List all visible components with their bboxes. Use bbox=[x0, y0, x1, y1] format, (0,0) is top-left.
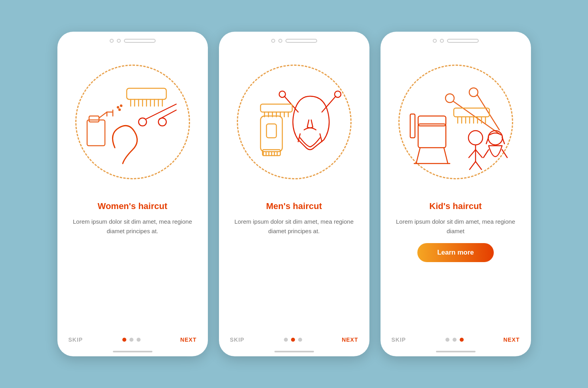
card-title-2: Men's haircut bbox=[266, 201, 322, 211]
svg-rect-38 bbox=[261, 104, 292, 112]
dots-1 bbox=[122, 338, 141, 342]
svg-line-69 bbox=[470, 162, 476, 169]
svg-point-46 bbox=[445, 94, 454, 103]
dots-2 bbox=[284, 338, 302, 342]
dot-1-active bbox=[122, 338, 126, 342]
svg-line-62 bbox=[444, 148, 448, 164]
dot-3-a bbox=[445, 338, 449, 342]
screens-container: Women's haircut Lorem ipsum dolor sit di… bbox=[57, 32, 531, 356]
learn-more-button[interactable]: Learn more bbox=[417, 243, 494, 262]
phone-pill-2 bbox=[285, 39, 317, 43]
svg-point-28 bbox=[335, 91, 341, 97]
next-button-1[interactable]: NEXT bbox=[180, 337, 196, 343]
home-indicator-2 bbox=[274, 351, 314, 352]
card-description-3: Lorem ipsum dolor sit dim amet, mea regi… bbox=[392, 217, 519, 236]
svg-line-61 bbox=[416, 148, 420, 164]
phone-pill-1 bbox=[124, 39, 156, 43]
svg-point-6 bbox=[117, 107, 119, 108]
dots-3 bbox=[445, 338, 464, 342]
svg-rect-0 bbox=[87, 120, 105, 146]
card-title-1: Women's haircut bbox=[98, 201, 167, 211]
content-area-2: Men's haircut Lorem ipsum dolor sit dim … bbox=[219, 197, 369, 333]
phone-dot-5 bbox=[433, 39, 437, 43]
svg-rect-59 bbox=[418, 124, 446, 148]
svg-line-73 bbox=[502, 150, 507, 158]
svg-rect-1 bbox=[89, 116, 99, 122]
phone-top-bar-3 bbox=[381, 32, 531, 47]
svg-point-8 bbox=[119, 109, 120, 110]
svg-rect-9 bbox=[127, 88, 166, 99]
svg-line-68 bbox=[476, 150, 482, 158]
phone-pill-3 bbox=[447, 39, 479, 43]
svg-line-67 bbox=[469, 150, 476, 158]
content-area-3: Kid's haircut Lorem ipsum dolor sit dim … bbox=[381, 197, 531, 333]
svg-line-2 bbox=[99, 112, 107, 118]
svg-point-47 bbox=[469, 88, 478, 97]
womens-illustration bbox=[75, 65, 190, 179]
phone-dot-1 bbox=[110, 39, 114, 43]
svg-line-72 bbox=[483, 150, 489, 158]
skip-button-1[interactable]: SKIP bbox=[69, 337, 83, 343]
svg-rect-50 bbox=[454, 108, 489, 117]
phone-dot-6 bbox=[440, 39, 444, 43]
svg-point-7 bbox=[120, 105, 122, 107]
phone-dot-2 bbox=[117, 39, 121, 43]
svg-line-70 bbox=[476, 162, 481, 169]
bottom-bar-2: SKIP NEXT bbox=[219, 333, 369, 349]
dot-2-c bbox=[298, 338, 302, 342]
illustration-area-3 bbox=[381, 47, 531, 197]
illustration-area-2 bbox=[219, 47, 369, 197]
phone-card-womens: Women's haircut Lorem ipsum dolor sit di… bbox=[57, 32, 208, 356]
home-indicator-1 bbox=[113, 351, 152, 352]
dot-3-active bbox=[460, 338, 464, 342]
card-description-2: Lorem ipsum dolor sit dim amet, mea regi… bbox=[231, 217, 358, 236]
card-title-3: Kid's haircut bbox=[429, 201, 481, 211]
svg-line-26 bbox=[322, 96, 336, 112]
phone-top-bar-2 bbox=[219, 32, 369, 47]
svg-rect-29 bbox=[261, 116, 282, 152]
mens-illustration bbox=[237, 65, 352, 179]
svg-line-49 bbox=[477, 95, 499, 130]
dot-2-active bbox=[291, 338, 295, 342]
kids-illustration bbox=[398, 65, 513, 179]
svg-line-48 bbox=[453, 101, 499, 134]
phone-top-bar-1 bbox=[57, 32, 208, 47]
svg-point-27 bbox=[279, 91, 285, 97]
svg-rect-64 bbox=[410, 114, 415, 138]
phone-dot-3 bbox=[271, 39, 275, 43]
dot-3-b bbox=[453, 338, 457, 342]
bottom-bar-3: SKIP NEXT bbox=[381, 333, 531, 349]
dot-1-b bbox=[129, 338, 133, 342]
dot-1-c bbox=[137, 338, 141, 342]
phone-card-mens: Men's haircut Lorem ipsum dolor sit dim … bbox=[219, 32, 369, 356]
bottom-bar-1: SKIP NEXT bbox=[57, 333, 208, 349]
dot-2-a bbox=[284, 338, 288, 342]
home-indicator-3 bbox=[436, 351, 476, 352]
phone-dot-4 bbox=[278, 39, 282, 43]
next-button-3[interactable]: NEXT bbox=[503, 337, 519, 343]
svg-rect-37 bbox=[266, 124, 276, 138]
illustration-area-1 bbox=[57, 47, 208, 197]
next-button-2[interactable]: NEXT bbox=[342, 337, 358, 343]
svg-point-65 bbox=[468, 131, 483, 145]
skip-button-2[interactable]: SKIP bbox=[230, 337, 245, 343]
content-area-1: Women's haircut Lorem ipsum dolor sit di… bbox=[57, 197, 208, 333]
card-description-1: Lorem ipsum dolor sit dim amet, mea regi… bbox=[69, 217, 196, 236]
phone-card-kids: Kid's haircut Lorem ipsum dolor sit dim … bbox=[381, 32, 531, 356]
skip-button-3[interactable]: SKIP bbox=[392, 337, 406, 343]
